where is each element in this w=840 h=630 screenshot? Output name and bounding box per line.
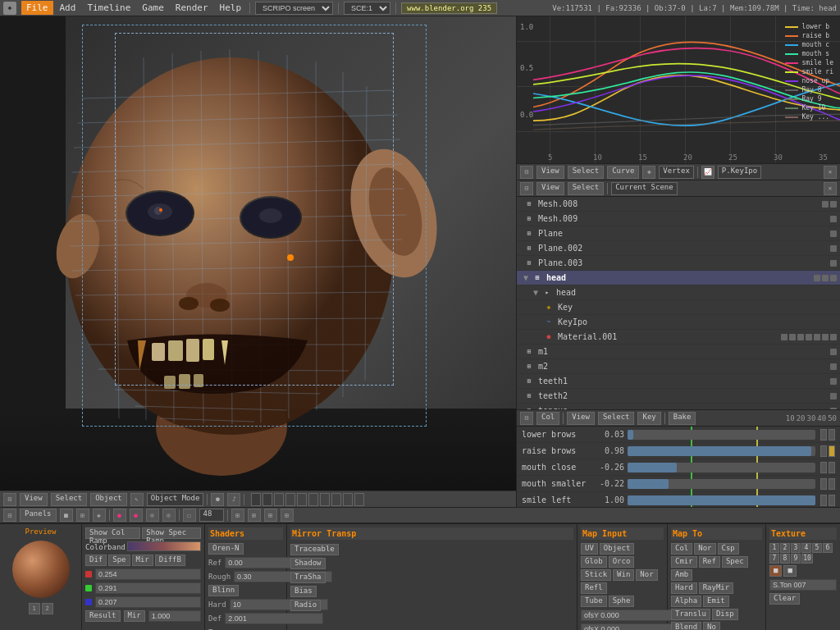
outliner-menu-icon[interactable]: ⊟ <box>520 182 533 195</box>
ipo-view-btn[interactable]: View <box>536 166 564 179</box>
alpha-btn[interactable]: Alpha <box>671 596 701 607</box>
mat-action7[interactable] <box>830 334 837 340</box>
tl-slot-1[interactable] <box>251 493 261 506</box>
preview-btn1[interactable]: 1 <box>29 603 40 614</box>
head-action3[interactable] <box>830 275 837 281</box>
outliner-scene-dropdown[interactable]: Current Scene <box>611 182 677 195</box>
outliner-item-head[interactable]: ▼ ⊞ head <box>517 271 840 285</box>
bt-icon1[interactable]: ■ <box>60 509 73 522</box>
translu-btn[interactable]: Translu <box>671 609 710 620</box>
viewport-cursor-icon[interactable]: ↖ <box>130 493 144 506</box>
shape-val-lower-brows[interactable]: 0.03 <box>596 430 624 439</box>
radio-btn[interactable]: Radio <box>290 600 321 611</box>
menu-render[interactable]: Render <box>171 1 213 15</box>
ipo-vertex-dropdown[interactable]: Vertex <box>659 166 694 179</box>
head-child-expand[interactable]: ▼ <box>533 288 538 297</box>
shader2-btn[interactable]: Blinn <box>208 585 239 596</box>
outliner-item-plane003[interactable]: ⊞ Plane.003 <box>517 256 840 271</box>
bt-menu-icon[interactable]: ⊟ <box>3 509 16 522</box>
outliner-item-m1[interactable]: ⊞ m1 <box>517 345 840 359</box>
show-col-ramp-btn[interactable]: Show Col Ramp <box>85 527 140 539</box>
tl-slot-6[interactable] <box>308 493 318 506</box>
shape-slider-smile-left[interactable] <box>628 495 815 505</box>
shape-val-smile-left[interactable]: 1.00 <box>596 495 624 504</box>
sk-col-btn[interactable]: Col <box>536 412 559 425</box>
outliner-item-key[interactable]: ◆ Key <box>517 300 840 315</box>
sk-bake-btn[interactable]: Bake <box>669 412 696 425</box>
tex-ch10[interactable]: 10 <box>801 554 813 564</box>
panels-label[interactable]: Panels <box>20 509 57 522</box>
teeth1-action1[interactable] <box>830 378 837 385</box>
raymir-btn[interactable]: RayMir <box>699 582 734 594</box>
m1-action1[interactable] <box>830 349 837 355</box>
outliner-view-btn[interactable]: View <box>536 182 564 195</box>
no-btn[interactable]: No <box>703 622 720 630</box>
mesh008-action1[interactable] <box>822 201 829 208</box>
outliner-item-m2[interactable]: ⊞ m2 <box>517 359 840 374</box>
ipo-select-btn[interactable]: Select <box>568 166 605 179</box>
outliner-item-teeth1[interactable]: ⊞ teeth1 <box>517 374 840 389</box>
mat-r-input[interactable] <box>95 568 201 580</box>
tl-slot-4[interactable] <box>285 493 295 506</box>
outliner-item-head-child[interactable]: ▼ ▸ head <box>517 285 840 300</box>
mat-action1[interactable] <box>781 334 788 340</box>
outliner-close-icon[interactable]: ✕ <box>824 182 837 195</box>
shape-val-mouth-smaller[interactable]: -0.22 <box>596 479 624 488</box>
sk-select-btn[interactable]: Select <box>598 412 635 425</box>
mesh008-action2[interactable] <box>830 201 837 208</box>
bt-icon11[interactable]: ⊞ <box>264 509 277 522</box>
result-btn[interactable]: Result <box>85 610 121 622</box>
ofsx-input[interactable] <box>581 623 679 630</box>
cmir-btn[interactable]: Cmir <box>671 556 697 568</box>
ipo-menu-icon[interactable]: ⊟ <box>520 166 533 179</box>
mat-action6[interactable] <box>822 334 829 340</box>
sk-key-btn[interactable]: Key <box>637 412 660 425</box>
menu-help[interactable]: Help <box>215 1 247 15</box>
ipo-vertex-icon[interactable]: ◈ <box>642 166 655 179</box>
show-spec-ramp-btn[interactable]: Show Spec Ramp <box>142 527 201 539</box>
viewport-select-btn[interactable]: Select <box>51 493 88 506</box>
uv-btn[interactable]: UV <box>581 543 598 555</box>
tex-clear-btn[interactable]: Clear <box>769 593 800 605</box>
shadow-btn[interactable]: Shadow <box>290 558 326 569</box>
viewport-render-icon[interactable]: ● <box>211 493 224 506</box>
col-btn[interactable]: Col <box>671 543 692 555</box>
bt-icon9[interactable]: ⊞ <box>231 509 244 522</box>
bt-frame[interactable]: 48 <box>199 509 224 522</box>
head-action2[interactable] <box>822 275 829 281</box>
shape-slider-mouth-close[interactable] <box>628 463 815 472</box>
tex-name-input[interactable] <box>769 579 837 591</box>
ipo-close-icon[interactable]: ✕ <box>824 166 837 179</box>
stick-btn[interactable]: Stick <box>581 569 611 581</box>
sk-menu-icon[interactable]: ⊟ <box>520 412 533 425</box>
nor-map-btn[interactable]: Nor <box>694 543 715 555</box>
sphe-btn[interactable]: Sphe <box>609 596 635 607</box>
viewport-mode-dropdown[interactable]: Object Mode <box>147 493 204 506</box>
menu-timeline[interactable]: Timeline <box>82 1 135 15</box>
tex-ch4[interactable]: 4 <box>801 543 811 553</box>
shape-lower-brows[interactable]: lower brows 0.03 <box>517 427 840 443</box>
mat-action4[interactable] <box>806 334 812 340</box>
shape-val-raise-brows[interactable]: 0.98 <box>596 446 624 455</box>
tex-ch3[interactable]: 3 <box>791 543 801 553</box>
emit-map-btn[interactable]: Emit <box>703 596 729 607</box>
obj-btn[interactable]: Object <box>600 543 635 555</box>
tex-ch6[interactable]: 6 <box>823 543 833 553</box>
m2-action1[interactable] <box>830 363 837 370</box>
mat-g-input[interactable] <box>95 582 201 594</box>
tex-ch9[interactable]: 9 <box>791 554 801 564</box>
bt-icon6[interactable]: ⊙ <box>146 509 159 522</box>
menu-add[interactable]: Add <box>55 1 81 15</box>
shape-slider-mouth-smaller[interactable] <box>628 479 815 489</box>
head-action1[interactable] <box>814 275 820 281</box>
bt-icon12[interactable]: ⊞ <box>281 509 294 522</box>
head-expand[interactable]: ▼ <box>523 273 528 282</box>
shape-btn1-raise-brows[interactable] <box>820 445 827 457</box>
bias-btn[interactable]: Bias <box>290 586 317 597</box>
menu-file[interactable]: File <box>21 1 53 15</box>
viewport-view-btn[interactable]: View <box>20 493 48 506</box>
shape-btn1-lower-brows[interactable] <box>820 429 827 441</box>
tl-slot-3[interactable] <box>274 493 284 506</box>
teeth2-action1[interactable] <box>830 393 837 399</box>
viewport-audio-icon[interactable]: ♪ <box>227 493 240 506</box>
